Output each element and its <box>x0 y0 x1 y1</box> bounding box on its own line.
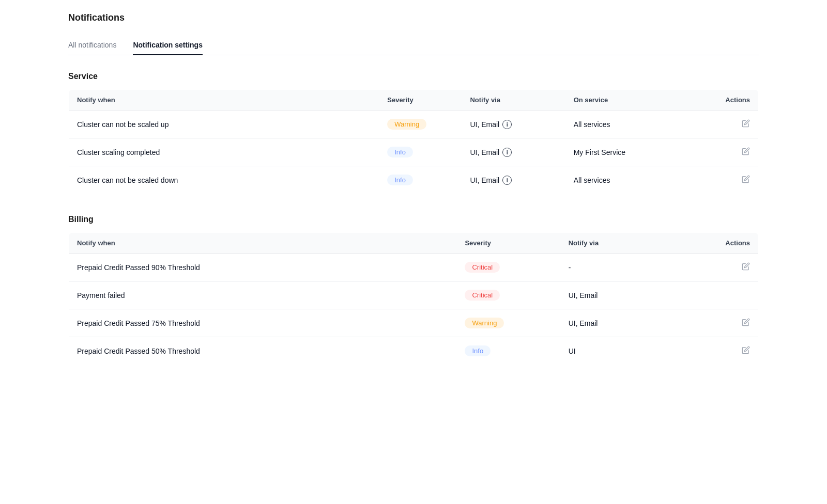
section-service: ServiceNotify whenSeverityNotify viaOn s… <box>68 72 759 194</box>
cell-on-service: My First Service <box>565 138 703 166</box>
edit-button[interactable] <box>742 263 750 272</box>
cell-on-service: All services <box>565 111 703 138</box>
section-title-service: Service <box>68 72 759 81</box>
badge-warning: Warning <box>387 119 426 130</box>
cell-notify-when: Cluster can not be scaled down <box>69 166 379 194</box>
table-row: Prepaid Credit Passed 90% ThresholdCriti… <box>69 254 759 281</box>
col-header-notify_when: Notify when <box>69 90 379 111</box>
table-row: Prepaid Credit Passed 50% ThresholdInfoU… <box>69 337 759 365</box>
notify-via-text: UI <box>569 347 576 355</box>
cell-actions <box>690 281 759 309</box>
col-header-actions: Actions <box>690 233 759 254</box>
cell-actions <box>690 337 759 365</box>
notify-via-text: UI, Email <box>569 319 598 327</box>
sections-container: ServiceNotify whenSeverityNotify viaOn s… <box>68 72 759 365</box>
info-icon[interactable]: i <box>502 148 512 157</box>
cell-notify-via: UI, Email <box>560 309 690 337</box>
edit-button[interactable] <box>742 347 750 356</box>
cell-severity: Critical <box>456 254 560 281</box>
col-header-severity: Severity <box>379 90 462 111</box>
col-header-notify_when: Notify when <box>69 233 457 254</box>
edit-button[interactable] <box>742 176 750 185</box>
tab-all-notifications[interactable]: All notifications <box>68 36 116 55</box>
notify-via-text: UI, Email <box>470 176 499 184</box>
cell-notify-when: Prepaid Credit Passed 75% Threshold <box>69 309 457 337</box>
cell-notify-when: Prepaid Credit Passed 90% Threshold <box>69 254 457 281</box>
badge-info: Info <box>387 175 413 185</box>
cell-actions <box>690 309 759 337</box>
cell-notify-when: Cluster can not be scaled up <box>69 111 379 138</box>
edit-button[interactable] <box>742 319 750 328</box>
cell-notify-via: UI, Emaili <box>462 111 565 138</box>
cell-severity: Info <box>379 166 462 194</box>
cell-on-service: All services <box>565 166 703 194</box>
table-row: Cluster can not be scaled downInfoUI, Em… <box>69 166 759 194</box>
cell-notify-when: Prepaid Credit Passed 50% Threshold <box>69 337 457 365</box>
badge-info: Info <box>465 345 491 356</box>
table-row: Cluster scaling completedInfoUI, EmailiM… <box>69 138 759 166</box>
cell-severity: Info <box>456 337 560 365</box>
table-billing: Notify whenSeverityNotify viaActionsPrep… <box>68 232 759 365</box>
notify-via-text: UI, Email <box>470 120 499 129</box>
info-icon[interactable]: i <box>502 120 512 129</box>
notify-via-text: UI, Email <box>470 148 499 156</box>
table-row: Cluster can not be scaled upWarningUI, E… <box>69 111 759 138</box>
badge-critical: Critical <box>465 262 500 273</box>
table-row: Payment failedCriticalUI, Email <box>69 281 759 309</box>
table-service: Notify whenSeverityNotify viaOn serviceA… <box>68 89 759 194</box>
section-billing: BillingNotify whenSeverityNotify viaActi… <box>68 215 759 365</box>
col-header-actions: Actions <box>703 90 759 111</box>
cell-notify-when: Cluster scaling completed <box>69 138 379 166</box>
cell-actions <box>703 138 759 166</box>
cell-notify-via: UI, Email <box>560 281 690 309</box>
page-title: Notifications <box>68 12 759 23</box>
cell-notify-via: UI, Emaili <box>462 166 565 194</box>
edit-button[interactable] <box>742 120 750 129</box>
cell-notify-via: UI <box>560 337 690 365</box>
col-header-notify_via: Notify via <box>462 90 565 111</box>
cell-severity: Warning <box>456 309 560 337</box>
cell-actions <box>703 166 759 194</box>
notify-via-text: - <box>569 263 571 272</box>
edit-button[interactable] <box>742 148 750 157</box>
tab-bar: All notifications Notification settings <box>68 36 759 55</box>
table-row: Prepaid Credit Passed 75% ThresholdWarni… <box>69 309 759 337</box>
cell-severity: Info <box>379 138 462 166</box>
col-header-severity: Severity <box>456 233 560 254</box>
page-container: Notifications All notifications Notifica… <box>52 0 775 398</box>
col-header-notify_via: Notify via <box>560 233 690 254</box>
cell-notify-via: UI, Emaili <box>462 138 565 166</box>
cell-actions <box>690 254 759 281</box>
section-title-billing: Billing <box>68 215 759 224</box>
badge-critical: Critical <box>465 290 500 301</box>
tab-notification-settings[interactable]: Notification settings <box>133 36 203 55</box>
badge-info: Info <box>387 147 413 158</box>
cell-actions <box>703 111 759 138</box>
cell-notify-via: - <box>560 254 690 281</box>
info-icon[interactable]: i <box>502 176 512 185</box>
cell-severity: Critical <box>456 281 560 309</box>
col-header-on_service: On service <box>565 90 703 111</box>
cell-severity: Warning <box>379 111 462 138</box>
notify-via-text: UI, Email <box>569 291 598 300</box>
badge-warning: Warning <box>465 318 504 328</box>
cell-notify-when: Payment failed <box>69 281 457 309</box>
